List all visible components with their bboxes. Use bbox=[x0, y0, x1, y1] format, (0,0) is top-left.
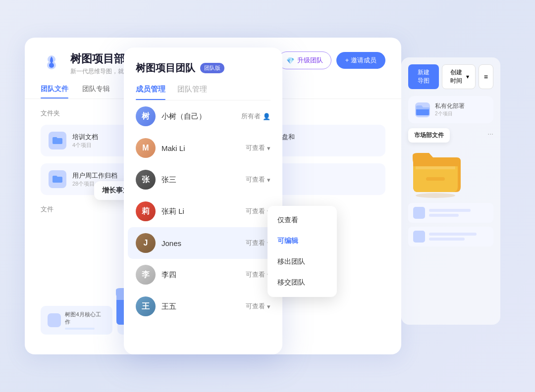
chevron-icon: ▾ bbox=[466, 73, 469, 80]
member-name-2: Maki Li bbox=[161, 144, 240, 152]
upgrade-button[interactable]: 💎 升级团队 bbox=[278, 51, 331, 69]
tab-team-management[interactable]: 团队管理 bbox=[177, 85, 207, 100]
sort-button[interactable]: 创建时间 ▾ bbox=[442, 64, 475, 89]
member-modal: 树图项目团队 团队版 成员管理 团队管理 树 小树（自己） 所有者 👤 M bbox=[124, 48, 282, 354]
chevron-down-icon-2: ▾ bbox=[267, 145, 270, 152]
nav-team-files[interactable]: 团队文件 bbox=[41, 85, 68, 98]
member-role-jones: 可查看 ▾ bbox=[246, 239, 270, 247]
app-logo-icon bbox=[41, 51, 62, 73]
mini-files-list bbox=[408, 203, 493, 246]
bottom-file-info-1: 树图4月核心工作 bbox=[65, 311, 106, 330]
market-folder-label: 市场部文件 bbox=[408, 128, 450, 143]
member-role-6: 可查看 ▾ bbox=[246, 270, 270, 279]
member-row-4[interactable]: 莉 张莉 Li 可查看 ▾ bbox=[128, 196, 278, 227]
app-actions: 💎 升级团队 + 邀请成员 bbox=[278, 51, 385, 69]
dropdown-menu: 仅查看 可编辑 移出团队 移交团队 bbox=[268, 206, 337, 297]
member-row-jones[interactable]: J Jones 可查看 ▾ bbox=[128, 227, 278, 259]
avatar-7: 王 bbox=[136, 296, 156, 316]
right-panel-actions: 新建导图 创建时间 ▾ ≡ bbox=[408, 64, 493, 89]
main-container: 树图项目部 新一代思维导图，就是TreeMind树图 💎 升级团队 + 邀请成员… bbox=[25, 28, 510, 364]
mini-file-lines-2 bbox=[429, 233, 488, 241]
folder-name-3: 用户周工作归档 bbox=[72, 171, 117, 180]
member-role-3: 可查看 ▾ bbox=[246, 175, 270, 184]
owner-icon: 👤 bbox=[263, 113, 270, 120]
member-name-jones: Jones bbox=[161, 239, 240, 247]
orange-folder-3d bbox=[408, 148, 493, 200]
private-folder-count: 2个项目 bbox=[435, 110, 465, 117]
new-map-button[interactable]: 新建导图 bbox=[408, 64, 439, 89]
dropdown-item-transfer[interactable]: 移交团队 bbox=[268, 272, 337, 293]
member-role-1: 所有者 👤 bbox=[241, 112, 270, 121]
folder-count-1: 4个项目 bbox=[72, 142, 98, 149]
mini-file-lines-1 bbox=[429, 209, 488, 217]
member-name-4: 张莉 Li bbox=[161, 207, 240, 216]
avatar-jones: J bbox=[136, 233, 156, 253]
mini-file-icon-1 bbox=[413, 207, 425, 219]
private-folder-info: 私有化部署 2个项目 bbox=[435, 102, 465, 117]
team-badge: 团队版 bbox=[200, 63, 224, 73]
avatar-4: 莉 bbox=[136, 201, 156, 221]
avatar-6: 李 bbox=[136, 265, 156, 285]
member-row-6[interactable]: 李 李四 可查看 ▾ bbox=[128, 259, 278, 291]
avatar-3: 张 bbox=[136, 170, 156, 190]
modal-tabs: 成员管理 团队管理 bbox=[136, 85, 270, 100]
chevron-down-icon-7: ▾ bbox=[267, 303, 270, 310]
modal-content: 树 小树（自己） 所有者 👤 M Maki Li 可查看 ▾ 张 张三 bbox=[124, 100, 282, 322]
member-name-6: 李四 bbox=[161, 270, 240, 280]
folder-icon-3 bbox=[49, 170, 66, 188]
member-row-2[interactable]: M Maki Li 可查看 ▾ bbox=[128, 132, 278, 164]
bottom-icon-1 bbox=[48, 313, 61, 327]
member-name-1: 小树（自己） bbox=[161, 112, 235, 121]
dropdown-item-view-only[interactable]: 仅查看 bbox=[268, 210, 337, 231]
svg-point-4 bbox=[416, 193, 455, 198]
folder-name-1: 培训文档 bbox=[72, 133, 98, 142]
modal-title-row: 树图项目团队 团队版 bbox=[136, 61, 270, 75]
svg-rect-5 bbox=[426, 177, 445, 181]
member-role-7: 可查看 ▾ bbox=[246, 302, 270, 311]
mini-file-row-1 bbox=[408, 203, 493, 223]
member-row-1[interactable]: 树 小树（自己） 所有者 👤 bbox=[128, 100, 278, 132]
avatar-2: M bbox=[136, 138, 156, 158]
member-name-3: 张三 bbox=[161, 175, 240, 185]
menu-dots-button[interactable]: ≡ bbox=[479, 64, 493, 89]
member-role-2: 可查看 ▾ bbox=[246, 144, 270, 152]
member-role-4: 可查看 ▾ bbox=[246, 207, 270, 216]
right-panel: 新建导图 创建时间 ▾ ≡ 私有化部署 2个项目 市场部文件 ... bbox=[401, 57, 500, 325]
modal-header: 树图项目团队 团队版 成员管理 团队管理 bbox=[124, 48, 282, 100]
member-name-7: 王五 bbox=[161, 302, 240, 311]
private-folder-name: 私有化部署 bbox=[435, 102, 465, 110]
folder-info-1: 培训文档 4个项目 bbox=[72, 133, 98, 149]
private-folder-icon bbox=[415, 102, 430, 117]
dots-menu-right[interactable]: ... bbox=[487, 128, 493, 136]
dropdown-item-editable[interactable]: 可编辑 bbox=[268, 231, 337, 251]
mini-file-icon-2 bbox=[413, 231, 425, 243]
modal-title: 树图项目团队 bbox=[136, 61, 195, 75]
member-row-3[interactable]: 张 张三 可查看 ▾ bbox=[128, 164, 278, 196]
invite-button[interactable]: + 邀请成员 bbox=[336, 52, 385, 69]
folder-icon-1 bbox=[49, 132, 66, 149]
diamond-icon: 💎 bbox=[286, 57, 294, 64]
private-folder-card[interactable]: 私有化部署 2个项目 bbox=[408, 96, 493, 123]
svg-point-0 bbox=[49, 63, 54, 68]
mini-file-row-2 bbox=[408, 227, 493, 246]
market-folder-section: 市场部文件 ... bbox=[408, 128, 493, 200]
avatar-1: 树 bbox=[136, 106, 156, 126]
chevron-down-icon-3: ▾ bbox=[267, 176, 270, 184]
tab-member-management[interactable]: 成员管理 bbox=[136, 85, 165, 100]
member-row-7[interactable]: 王 王五 可查看 ▾ bbox=[128, 291, 278, 322]
nav-team-albums[interactable]: 团队专辑 bbox=[82, 85, 110, 98]
dropdown-item-remove[interactable]: 移出团队 bbox=[268, 251, 337, 272]
